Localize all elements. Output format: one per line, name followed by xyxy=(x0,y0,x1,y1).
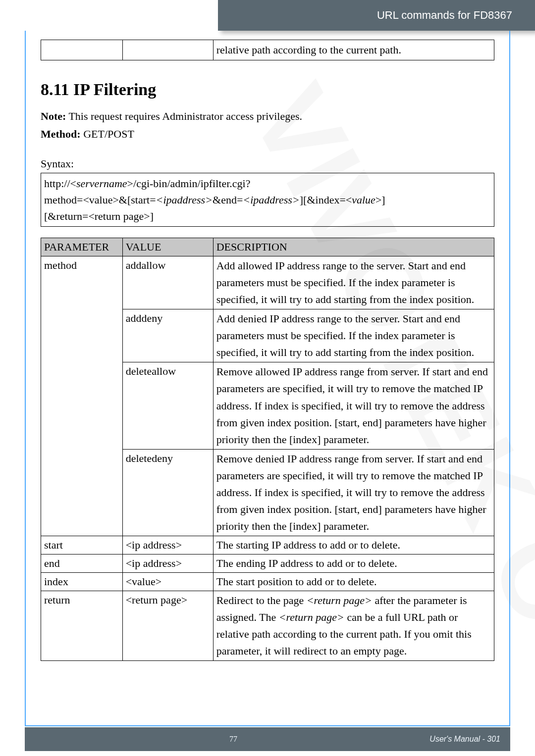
table-row: relative path according to the current p… xyxy=(41,40,494,60)
syntax-box: http://<servername>/cgi-bin/admin/ipfilt… xyxy=(41,173,494,227)
page-body: relative path according to the current p… xyxy=(26,31,509,676)
syntax-label: Syntax: xyxy=(41,156,494,172)
th-value: VALUE xyxy=(122,238,213,256)
table-row: start <ip address> The starting IP addre… xyxy=(41,536,494,554)
syntax-text: &end= xyxy=(213,194,243,206)
syntax-var: <ipaddress> xyxy=(156,194,213,206)
th-parameter: PARAMETER xyxy=(41,238,123,256)
cell-param: start xyxy=(41,536,123,554)
method-line: Method: GET/POST xyxy=(41,126,494,142)
syntax-text: >] xyxy=(375,194,385,206)
footer-right: User's Manual - 301 xyxy=(429,735,500,744)
cell-desc: The ending IP address to add or to delet… xyxy=(213,554,494,573)
cell-value: <ip address> xyxy=(122,554,213,573)
page-footer: 77 User's Manual - 301 xyxy=(25,727,510,751)
cell-value: deletedeny xyxy=(122,449,213,536)
desc-text: Redirect to the page xyxy=(216,594,307,606)
table-row: method addallow Add allowed IP address r… xyxy=(41,256,494,309)
cell-desc: The starting IP address to add or to del… xyxy=(213,536,494,554)
note-line: Note: This request requires Administrato… xyxy=(41,108,494,124)
footer-page-number: 77 xyxy=(229,735,237,744)
cell-value: <return page> xyxy=(122,591,213,660)
cell-value: addallow xyxy=(122,256,213,309)
cell-param: return xyxy=(41,591,123,660)
syntax-var: value xyxy=(352,194,375,206)
page-header-title: URL commands for FD8367 xyxy=(377,9,512,22)
syntax-line-2: method=<value>&[start=<ipaddress>&end=<i… xyxy=(44,192,491,208)
syntax-var: servername xyxy=(76,177,127,190)
content-border: relative path according to the current p… xyxy=(25,31,510,726)
cell-desc: Add denied IP address range to the serve… xyxy=(213,309,494,362)
cell-param: method xyxy=(41,256,123,536)
cell-param: end xyxy=(41,554,123,573)
intro-cell-1 xyxy=(41,40,123,60)
table-header-row: PARAMETER VALUE DESCRIPTION xyxy=(41,238,494,256)
cell-value: deleteallow xyxy=(122,362,213,449)
desc-var: <return page> xyxy=(307,594,372,606)
cell-value: adddeny xyxy=(122,309,213,362)
table-row: end <ip address> The ending IP address t… xyxy=(41,554,494,573)
table-row: return <return page> Redirect to the pag… xyxy=(41,591,494,660)
parameter-table: PARAMETER VALUE DESCRIPTION method addal… xyxy=(41,238,494,661)
intro-cell-3: relative path according to the current p… xyxy=(213,40,494,60)
syntax-line-3: [&return=<return page>] xyxy=(44,208,491,224)
cell-param: index xyxy=(41,573,123,591)
cell-desc: The start position to add or to delete. xyxy=(213,573,494,591)
method-text: GET/POST xyxy=(81,128,134,140)
cell-value: <ip address> xyxy=(122,536,213,554)
cell-value: <value> xyxy=(122,573,213,591)
page-header: URL commands for FD8367 xyxy=(218,0,535,31)
note-label: Note: xyxy=(41,110,66,122)
intro-cell-2 xyxy=(122,40,213,60)
note-text: This request requires Administrator acce… xyxy=(66,110,302,122)
method-label: Method: xyxy=(41,128,81,140)
table-row: index <value> The start position to add … xyxy=(41,573,494,591)
cell-desc: Remove denied IP address range from serv… xyxy=(213,449,494,536)
syntax-text: ][&index=< xyxy=(300,194,352,206)
syntax-text: method=<value>&[start= xyxy=(44,194,156,206)
intro-table: relative path according to the current p… xyxy=(41,40,494,60)
cell-desc: Remove allowed IP address range from ser… xyxy=(213,362,494,449)
syntax-line-1: http://<servername>/cgi-bin/admin/ipfilt… xyxy=(44,175,491,192)
th-description: DESCRIPTION xyxy=(213,238,494,256)
cell-desc: Add allowed IP address range to the serv… xyxy=(213,256,494,309)
desc-var: <return page> xyxy=(279,611,344,623)
cell-desc: Redirect to the page <return page> after… xyxy=(213,591,494,660)
syntax-var: <ipaddress> xyxy=(243,194,299,206)
syntax-text: http://< xyxy=(44,177,76,190)
section-heading: 8.11 IP Filtering xyxy=(41,77,494,101)
footer-left xyxy=(35,735,37,744)
syntax-text: >/cgi-bin/admin/ipfilter.cgi? xyxy=(127,177,251,190)
